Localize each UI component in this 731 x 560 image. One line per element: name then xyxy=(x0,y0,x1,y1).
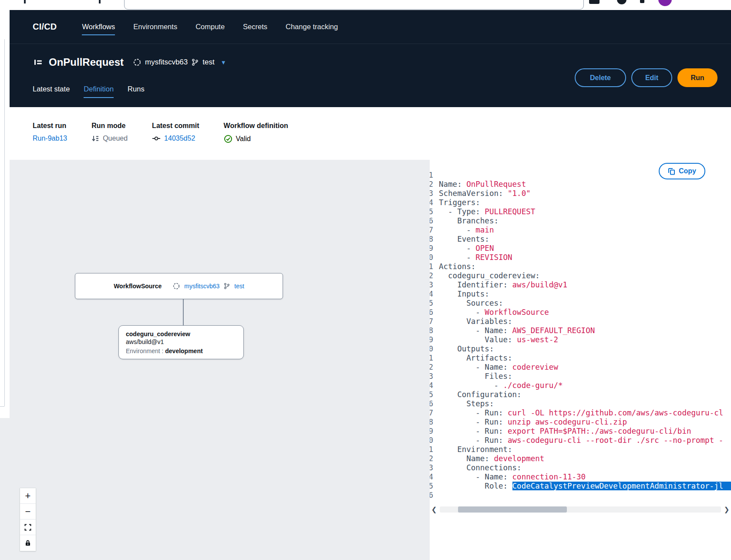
valid-check-icon xyxy=(224,135,232,143)
yaml-line: 27 - Run: curl -OL https://github.com/aw… xyxy=(430,408,731,418)
line-number: 29 xyxy=(430,427,433,436)
workflow-source-repository-link[interactable]: mysfitscvb63 xyxy=(184,283,219,290)
yaml-line: 26 Steps: xyxy=(430,399,731,408)
yaml-line: 20 Outputs: xyxy=(430,344,731,354)
line-number: 18 xyxy=(430,326,433,335)
nav-item-secrets[interactable]: Secrets xyxy=(243,23,267,31)
avatar[interactable] xyxy=(658,0,672,6)
expand-icon xyxy=(24,524,31,531)
latest-commit-link[interactable]: 14035d52 xyxy=(164,135,195,142)
help-icon[interactable] xyxy=(617,0,627,4)
top-app-strip xyxy=(0,0,731,10)
clipped-text-fragment xyxy=(99,0,101,3)
workflow-definition-value: Valid xyxy=(236,135,251,143)
scrollbar-track[interactable] xyxy=(440,506,721,513)
tab-definition[interactable]: Definition xyxy=(84,85,114,98)
left-panel-divider-tick xyxy=(0,406,4,407)
branch-name[interactable]: test xyxy=(202,58,214,67)
workflow-source-branch-link[interactable]: test xyxy=(234,283,244,290)
line-number: 35 xyxy=(430,482,433,491)
environment-value: development xyxy=(165,347,202,354)
search-input[interactable] xyxy=(124,0,584,10)
line-number: 17 xyxy=(430,317,433,326)
scroll-left-icon[interactable]: ❮ xyxy=(430,506,438,513)
yaml-line: 13 Identifier: aws/build@v1 xyxy=(430,280,731,290)
yaml-code: 12Name: OnPullRequest3SchemaVersion: "1.… xyxy=(430,171,731,500)
tab-latest-state[interactable]: Latest state xyxy=(33,85,70,98)
nav-item-environments[interactable]: Environments xyxy=(133,23,177,31)
lock-button[interactable] xyxy=(20,535,36,551)
yaml-line: 23 Files: xyxy=(430,372,731,381)
line-number: 28 xyxy=(430,418,433,427)
action-node-title: codeguru_codereview xyxy=(126,331,236,337)
yaml-line: 21 Artifacts: xyxy=(430,354,731,363)
line-number: 3 xyxy=(430,189,433,198)
latest-run-link[interactable]: Run-9ab13 xyxy=(33,135,67,142)
environment-separator: : xyxy=(160,347,165,354)
yaml-line: 29 - Run: export PATH=$PATH:./aws-codegu… xyxy=(430,427,731,436)
environment-label: Environment xyxy=(126,347,160,354)
yaml-line: 9 - OPEN xyxy=(430,244,731,253)
line-number: 13 xyxy=(430,280,433,290)
clipped-text-fragment xyxy=(24,0,26,3)
repository-icon xyxy=(133,58,141,67)
line-number: 36 xyxy=(430,491,433,500)
cicd-section-label: CI/CD xyxy=(33,22,57,32)
yaml-line: 34 - Name: connection-11-30 xyxy=(430,472,731,482)
line-number: 33 xyxy=(430,463,433,472)
run-mode-column: Run mode Queued xyxy=(91,122,128,160)
scroll-right-icon[interactable]: ❯ xyxy=(722,506,731,513)
line-number: 30 xyxy=(430,436,433,445)
latest-commit-label: Latest commit xyxy=(152,122,199,130)
nav-item-compute[interactable]: Compute xyxy=(195,23,225,31)
branch-dropdown-caret-icon[interactable]: ▼ xyxy=(221,59,226,66)
line-number: 25 xyxy=(430,390,433,399)
fit-view-button[interactable] xyxy=(20,520,36,535)
workflow-source-node[interactable]: WorkflowSource mysfitscvb63 test xyxy=(75,273,283,299)
workflow-tabs: Latest state Definition Runs xyxy=(33,85,145,98)
line-number: 22 xyxy=(430,363,433,372)
codeguru-codereview-node[interactable]: codeguru_codereview aws/build@v1 Environ… xyxy=(118,325,244,359)
workflow-summary-bar: Latest run Run-9ab13 Run mode Queued Lat… xyxy=(10,107,731,160)
copy-button[interactable]: Copy xyxy=(659,163,705,179)
workflow-diagram[interactable]: WorkflowSource mysfitscvb63 test codegur… xyxy=(10,160,430,560)
keyboard-icon[interactable] xyxy=(589,0,600,4)
yaml-line: 33 Connections: xyxy=(430,463,731,472)
yaml-line: 10 - REVISION xyxy=(430,253,731,262)
left-gutter-bottom xyxy=(0,418,10,560)
yaml-line: 22 - Name: codereview xyxy=(430,363,731,372)
yaml-line: 7 - main xyxy=(430,226,731,235)
yaml-definition-panel[interactable]: Copy 12Name: OnPullRequest3SchemaVersion… xyxy=(430,160,731,560)
yaml-line: 25 Configuration: xyxy=(430,390,731,399)
queue-icon xyxy=(91,135,99,142)
delete-button[interactable]: Delete xyxy=(575,68,626,87)
tab-runs[interactable]: Runs xyxy=(128,85,145,98)
page-title: OnPullRequest xyxy=(49,56,124,68)
yaml-line: 12 codeguru_codereview: xyxy=(430,271,731,280)
nav-item-workflows[interactable]: Workflows xyxy=(82,23,115,31)
yaml-line: 28 - Run: unzip aws-codeguru-cli.zip xyxy=(430,418,731,427)
workflow-definition-column: Workflow definition Valid xyxy=(224,122,288,160)
line-number: 19 xyxy=(430,335,433,344)
workflow-header: OnPullRequest mysfitscvb63 test ▼ Latest… xyxy=(10,44,731,107)
zoom-out-button[interactable]: − xyxy=(20,504,36,520)
edit-button[interactable]: Edit xyxy=(631,68,672,87)
nav-item-change-tracking[interactable]: Change tracking xyxy=(286,23,338,31)
lock-icon xyxy=(24,540,31,547)
bell-icon[interactable] xyxy=(640,0,644,3)
line-number: 26 xyxy=(430,399,433,408)
run-button[interactable]: Run xyxy=(677,68,718,87)
line-number: 32 xyxy=(430,454,433,463)
line-number: 16 xyxy=(430,308,433,317)
yaml-line: 17 Variables: xyxy=(430,317,731,326)
line-number: 14 xyxy=(430,290,433,299)
left-gutter xyxy=(0,10,10,418)
workflow-icon xyxy=(33,57,43,67)
line-number: 2 xyxy=(430,180,433,189)
repository-name[interactable]: mysfitscvb63 xyxy=(145,58,188,67)
zoom-in-button[interactable]: + xyxy=(20,488,36,504)
left-panel-divider xyxy=(4,39,5,406)
latest-run-column: Latest run Run-9ab13 xyxy=(33,122,67,160)
scrollbar-thumb[interactable] xyxy=(458,506,567,513)
yaml-line: 36 xyxy=(430,491,731,500)
